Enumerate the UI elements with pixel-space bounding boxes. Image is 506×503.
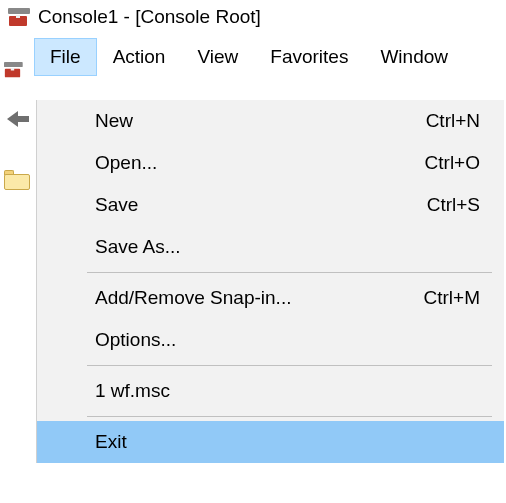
- menu-save-label: Save: [95, 194, 427, 216]
- tree-root-folder[interactable]: [0, 160, 34, 200]
- menu-options[interactable]: Options...: [37, 319, 504, 361]
- menu-new-label: New: [95, 110, 426, 132]
- menu-add-remove-shortcut: Ctrl+M: [424, 287, 486, 309]
- window-title: Console1 - [Console Root]: [38, 6, 261, 28]
- menu-separator: [87, 416, 492, 417]
- mmc-icon: [4, 62, 23, 77]
- tool-strip: [0, 58, 30, 84]
- menu-add-remove-label: Add/Remove Snap-in...: [95, 287, 424, 309]
- menu-window[interactable]: Window: [364, 38, 464, 76]
- menu-open-label: Open...: [95, 152, 425, 174]
- file-menu-dropdown: New Ctrl+N Open... Ctrl+O Save Ctrl+S Sa…: [36, 100, 504, 463]
- menu-open[interactable]: Open... Ctrl+O: [37, 142, 504, 184]
- menu-file[interactable]: File: [34, 38, 97, 76]
- menu-bar: File Action View Favorites Window: [0, 38, 506, 76]
- menu-recent-1[interactable]: 1 wf.msc: [37, 370, 504, 412]
- back-arrow-icon: [4, 108, 32, 130]
- menu-add-remove-snapin[interactable]: Add/Remove Snap-in... Ctrl+M: [37, 277, 504, 319]
- menu-action[interactable]: Action: [97, 38, 182, 76]
- menu-open-shortcut: Ctrl+O: [425, 152, 486, 174]
- menu-separator: [87, 272, 492, 273]
- menu-favorites[interactable]: Favorites: [254, 38, 364, 76]
- title-bar: Console1 - [Console Root]: [0, 0, 506, 32]
- menu-save-as-label: Save As...: [95, 236, 480, 258]
- menu-recent-1-label: 1 wf.msc: [95, 380, 480, 402]
- toolbar-back[interactable]: [4, 108, 32, 135]
- folder-icon: [4, 170, 30, 190]
- menu-new[interactable]: New Ctrl+N: [37, 100, 504, 142]
- menu-options-label: Options...: [95, 329, 480, 351]
- menu-save[interactable]: Save Ctrl+S: [37, 184, 504, 226]
- menu-exit[interactable]: Exit: [37, 421, 504, 463]
- menu-exit-label: Exit: [95, 431, 480, 453]
- menu-save-as[interactable]: Save As...: [37, 226, 504, 268]
- menu-view[interactable]: View: [181, 38, 254, 76]
- menu-save-shortcut: Ctrl+S: [427, 194, 486, 216]
- menu-separator: [87, 365, 492, 366]
- mmc-icon: [8, 8, 30, 26]
- menu-new-shortcut: Ctrl+N: [426, 110, 486, 132]
